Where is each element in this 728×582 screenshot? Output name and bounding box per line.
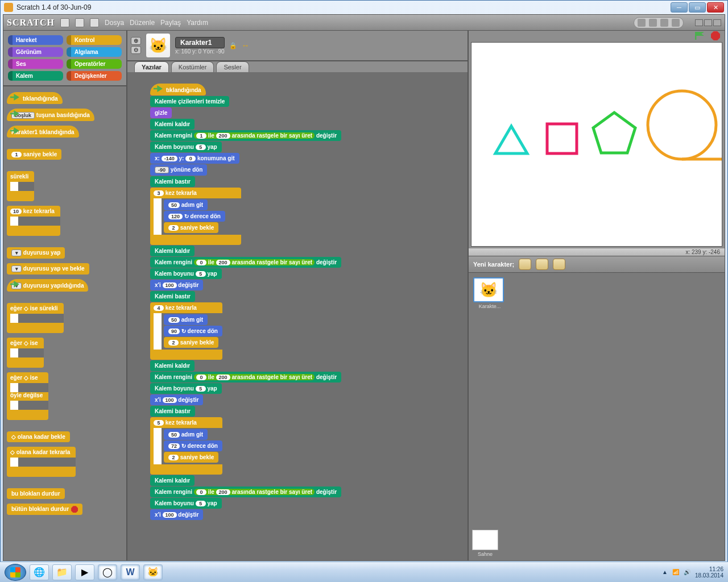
save-icon[interactable]	[75, 18, 84, 27]
tray-flag-icon[interactable]: ▲	[662, 569, 668, 575]
script-stack[interactable]: tıklandığında Kalemle çizilenleri temizl…	[150, 84, 445, 521]
block-pencolor[interactable]: Kalem rengini 1 ile 200 arasında rastgel…	[150, 130, 341, 141]
palette-hat-key[interactable]: boşluk tuşuna basıldığında	[7, 109, 94, 121]
view-present-icon[interactable]	[713, 19, 721, 26]
block-hat[interactable]: tıklandığında	[150, 84, 206, 95]
category-algılama[interactable]: Algılama	[67, 47, 122, 57]
block-repeat5[interactable]: 5 kez tekrarla 50 adım git 72 ↻ derece d…	[150, 417, 222, 475]
palette-hat-flag[interactable]: tıklandığında	[7, 92, 63, 104]
block-penup4[interactable]: Kalemi kaldır	[150, 475, 195, 486]
block-pencolor2[interactable]: Kalem rengini 0 ile 200 arasında rastgel…	[150, 257, 341, 268]
block-move[interactable]: 50 adım git	[164, 199, 208, 210]
block-penup2[interactable]: Kalemi kaldır	[150, 246, 195, 256]
close-button[interactable]: ✕	[707, 2, 724, 13]
palette-stop-all[interactable]: bütün blokları durdur	[7, 504, 82, 515]
block-pensize4[interactable]: Kalem boyunu 5 yap	[150, 498, 222, 509]
block-changex3[interactable]: x'i 100 değiştir	[150, 509, 203, 520]
scissors-icon[interactable]	[649, 19, 657, 27]
category-ses[interactable]: Ses	[8, 59, 63, 69]
block-pencolor3[interactable]: Kalem rengini 0 ile 200 arasında rastgel…	[150, 372, 341, 383]
block-clear[interactable]: Kalemle çizilenleri temizle	[150, 96, 229, 107]
block-hide[interactable]: gizle	[150, 107, 172, 118]
globe-icon[interactable]	[60, 18, 69, 27]
taskbar-media-icon[interactable]: ▶	[75, 564, 94, 580]
category-değişkenler[interactable]: Değişkenler	[67, 71, 122, 81]
taskbar-explorer-icon[interactable]: 📁	[52, 564, 72, 580]
tab-costumes[interactable]: Kostümler	[171, 61, 214, 72]
block-pendown3[interactable]: Kalemi bastır	[150, 406, 195, 417]
block-pensize2[interactable]: Kalem boyunu 5 yap	[150, 268, 222, 279]
tab-scripts[interactable]: Yazılar	[134, 61, 169, 72]
category-kontrol[interactable]: Kontrol	[67, 35, 122, 45]
block-point[interactable]: -90 yönüne dön	[150, 164, 207, 176]
stamp-icon[interactable]	[638, 19, 646, 27]
menu-edit[interactable]: Düzenle	[130, 19, 155, 27]
stage[interactable]	[471, 42, 722, 247]
lock-icon[interactable]: 🔒	[229, 42, 237, 49]
view-small-icon[interactable]	[695, 19, 703, 26]
green-flag-button[interactable]	[695, 32, 704, 40]
palette-when-receive[interactable]: ▾ duyurusu yapıldığında	[7, 279, 88, 292]
block-pencolor4[interactable]: Kalem rengini 0 ile 200 arasında rastgel…	[150, 487, 341, 497]
block-turn72[interactable]: 72 ↻ derece dön	[164, 440, 222, 451]
direction-icon[interactable]: ↔	[242, 41, 250, 50]
sprite-item[interactable]: 🐱 Karakte...	[473, 277, 506, 309]
taskbar-word-icon[interactable]: W	[121, 564, 140, 580]
palette-wait-until[interactable]: ◇ olana kadar bekle	[7, 431, 70, 442]
tray-network-icon[interactable]: 📶	[672, 569, 679, 575]
block-penup3[interactable]: Kalemi kaldır	[150, 360, 195, 371]
menu-help[interactable]: Yardım	[187, 19, 208, 27]
palette-repeat[interactable]: 10 kez tekrarla	[7, 206, 60, 236]
block-pendown2[interactable]: Kalemi bastır	[150, 291, 195, 302]
tray-clock[interactable]: 11:26 18.03.2014	[695, 566, 723, 579]
palette-broadcast[interactable]: ▾ duyurusu yap	[7, 247, 65, 259]
block-wait2[interactable]: 2 saniye bekle	[164, 337, 218, 348]
block-move2[interactable]: 50 adım git	[164, 314, 208, 325]
block-turn90[interactable]: 90 ↻ derece dön	[164, 326, 222, 336]
category-operatörler[interactable]: Operatörler	[67, 59, 122, 69]
block-goto[interactable]: x: -140 y: 0 konumuna git	[150, 153, 239, 164]
open-icon[interactable]	[90, 18, 99, 27]
palette-forever-if[interactable]: eğer ◇ ise sürekli	[7, 303, 64, 333]
paint-sprite-button[interactable]	[519, 259, 531, 270]
taskbar-ie-icon[interactable]: 🌐	[30, 564, 49, 580]
view-normal-icon[interactable]	[704, 19, 712, 26]
stage-thumbnail[interactable]: Sahne	[469, 526, 502, 560]
palette-broadcast-wait[interactable]: ▾ duyurusu yap ve bekle	[7, 263, 89, 275]
tray-sound-icon[interactable]: 🔊	[684, 569, 690, 575]
zoom-in-button[interactable]: ⊕	[131, 37, 141, 45]
taskbar-chrome-icon[interactable]: ◯	[98, 564, 117, 580]
random-sprite-button[interactable]	[553, 259, 565, 270]
taskbar-scratch-icon[interactable]: 🐱	[143, 564, 163, 580]
block-pensize3[interactable]: Kalem boyunu 5 yap	[150, 383, 222, 394]
category-kalem[interactable]: Kalem	[8, 71, 63, 81]
stop-button[interactable]	[711, 31, 720, 40]
block-penup[interactable]: Kalemi kaldır	[150, 119, 195, 130]
start-button[interactable]	[5, 564, 26, 581]
block-repeat3[interactable]: 3 kez tekrarla 50 adım git 120 ↻ derece …	[150, 188, 241, 245]
palette-forever[interactable]: sürekli	[7, 171, 34, 201]
block-wait[interactable]: 2 saniye bekle	[164, 222, 218, 233]
block-changex2[interactable]: x'i 100 değiştir	[150, 394, 203, 405]
palette-repeat-until[interactable]: ◇ olana kadar tekrarla	[7, 447, 76, 477]
block-repeat4[interactable]: 4 kez tekrarla 50 adım git 90 ↻ derece d…	[150, 302, 222, 360]
block-pendown[interactable]: Kalemi bastır	[150, 176, 195, 187]
block-turn120[interactable]: 120 ↻ derece dön	[164, 211, 225, 222]
block-pensize[interactable]: Kalem boyunu 5 yap	[150, 142, 222, 152]
tab-sounds[interactable]: Sesler	[216, 61, 249, 72]
block-wait3[interactable]: 2 saniye bekle	[164, 452, 218, 463]
menu-file[interactable]: Dosya	[105, 19, 124, 27]
block-changex[interactable]: x'i 100 değiştir	[150, 280, 203, 290]
choose-sprite-button[interactable]	[536, 259, 548, 270]
palette-wait[interactable]: 1 saniye bekle	[7, 149, 61, 160]
palette-if-else[interactable]: eğer ◇ iseöyle değilse	[7, 372, 48, 420]
shrink-icon[interactable]	[672, 19, 680, 27]
palette-if[interactable]: eğer ◇ ise	[7, 338, 44, 368]
block-palette[interactable]: tıklandığında boşluk tuşuna basıldığında…	[3, 85, 126, 560]
minimize-button[interactable]: ─	[671, 2, 688, 13]
palette-stop-script[interactable]: bu blokları durdur	[7, 488, 65, 499]
zoom-out-button[interactable]: ⊖	[131, 46, 141, 54]
category-görünüm[interactable]: Görünüm	[8, 47, 63, 57]
scripts-area[interactable]: tıklandığında Kalemle çizilenleri temizl…	[127, 72, 468, 560]
grow-icon[interactable]	[660, 19, 668, 27]
